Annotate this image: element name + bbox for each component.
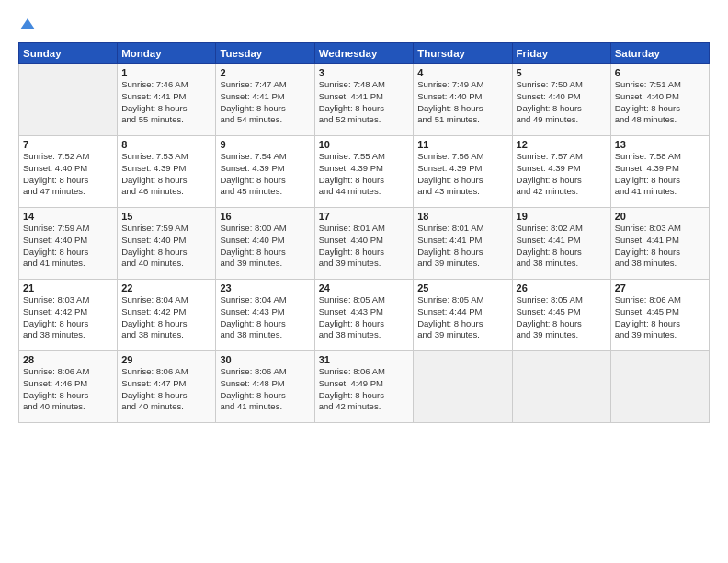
day-info: Sunrise: 7:56 AM Sunset: 4:39 PM Dayligh… <box>417 151 507 198</box>
calendar-cell: 14Sunrise: 7:59 AM Sunset: 4:40 PM Dayli… <box>19 208 118 280</box>
calendar-cell: 18Sunrise: 8:01 AM Sunset: 4:41 PM Dayli… <box>414 208 512 280</box>
day-number: 7 <box>23 139 113 150</box>
calendar: SundayMondayTuesdayWednesdayThursdayFrid… <box>18 42 710 423</box>
calendar-cell: 30Sunrise: 8:06 AM Sunset: 4:48 PM Dayli… <box>216 351 314 423</box>
day-info: Sunrise: 7:50 AM Sunset: 4:40 PM Dayligh… <box>517 79 607 126</box>
day-number: 3 <box>319 67 410 78</box>
day-number: 10 <box>319 139 410 150</box>
calendar-cell: 11Sunrise: 7:56 AM Sunset: 4:39 PM Dayli… <box>414 136 512 208</box>
day-info: Sunrise: 8:05 AM Sunset: 4:43 PM Dayligh… <box>319 294 410 341</box>
calendar-cell: 20Sunrise: 8:03 AM Sunset: 4:41 PM Dayli… <box>610 208 709 280</box>
day-number: 25 <box>417 282 507 293</box>
day-info: Sunrise: 8:02 AM Sunset: 4:41 PM Dayligh… <box>517 223 607 270</box>
day-number: 15 <box>121 211 211 222</box>
day-info: Sunrise: 8:06 AM Sunset: 4:46 PM Dayligh… <box>23 366 113 413</box>
calendar-week-row: 14Sunrise: 7:59 AM Sunset: 4:40 PM Dayli… <box>19 208 710 280</box>
day-number: 11 <box>417 139 507 150</box>
day-info: Sunrise: 8:04 AM Sunset: 4:43 PM Dayligh… <box>220 294 310 341</box>
calendar-cell: 27Sunrise: 8:06 AM Sunset: 4:45 PM Dayli… <box>610 280 709 351</box>
calendar-cell: 23Sunrise: 8:04 AM Sunset: 4:43 PM Dayli… <box>216 280 314 351</box>
calendar-cell: 7Sunrise: 7:52 AM Sunset: 4:40 PM Daylig… <box>19 136 118 208</box>
day-info: Sunrise: 7:53 AM Sunset: 4:39 PM Dayligh… <box>121 151 211 198</box>
day-info: Sunrise: 8:05 AM Sunset: 4:44 PM Dayligh… <box>417 294 507 341</box>
day-number: 13 <box>615 139 705 150</box>
calendar-cell: 2Sunrise: 7:47 AM Sunset: 4:41 PM Daylig… <box>216 64 314 136</box>
day-number: 29 <box>121 354 211 365</box>
calendar-week-row: 21Sunrise: 8:03 AM Sunset: 4:42 PM Dayli… <box>19 280 710 351</box>
day-number: 22 <box>121 282 211 293</box>
day-number: 12 <box>517 139 607 150</box>
day-number: 9 <box>220 139 310 150</box>
day-number: 17 <box>319 211 410 222</box>
weekday-header: Sunday <box>19 43 118 64</box>
weekday-header: Tuesday <box>216 43 314 64</box>
calendar-cell <box>512 351 610 423</box>
calendar-cell: 28Sunrise: 8:06 AM Sunset: 4:46 PM Dayli… <box>19 351 118 423</box>
calendar-cell <box>414 351 512 423</box>
weekday-header: Saturday <box>610 43 709 64</box>
day-info: Sunrise: 8:06 AM Sunset: 4:47 PM Dayligh… <box>121 366 211 413</box>
calendar-cell: 26Sunrise: 8:05 AM Sunset: 4:45 PM Dayli… <box>512 280 610 351</box>
calendar-cell: 22Sunrise: 8:04 AM Sunset: 4:42 PM Dayli… <box>118 280 216 351</box>
day-info: Sunrise: 7:46 AM Sunset: 4:41 PM Dayligh… <box>121 79 211 126</box>
day-info: Sunrise: 8:03 AM Sunset: 4:41 PM Dayligh… <box>615 223 705 270</box>
day-info: Sunrise: 8:06 AM Sunset: 4:48 PM Dayligh… <box>220 366 310 413</box>
day-info: Sunrise: 7:51 AM Sunset: 4:40 PM Dayligh… <box>615 79 705 126</box>
calendar-cell <box>610 351 709 423</box>
day-info: Sunrise: 8:04 AM Sunset: 4:42 PM Dayligh… <box>121 294 211 341</box>
calendar-cell: 12Sunrise: 7:57 AM Sunset: 4:39 PM Dayli… <box>512 136 610 208</box>
weekday-header: Wednesday <box>314 43 414 64</box>
calendar-cell: 31Sunrise: 8:06 AM Sunset: 4:49 PM Dayli… <box>314 351 414 423</box>
logo-icon <box>20 17 35 31</box>
day-number: 14 <box>23 211 113 222</box>
day-info: Sunrise: 8:06 AM Sunset: 4:45 PM Dayligh… <box>615 294 705 341</box>
day-number: 31 <box>319 354 410 365</box>
day-number: 28 <box>23 354 113 365</box>
svg-marker-0 <box>20 18 35 29</box>
day-info: Sunrise: 7:54 AM Sunset: 4:39 PM Dayligh… <box>220 151 310 198</box>
day-info: Sunrise: 7:48 AM Sunset: 4:41 PM Dayligh… <box>319 79 410 126</box>
day-number: 21 <box>23 282 113 293</box>
calendar-cell: 17Sunrise: 8:01 AM Sunset: 4:40 PM Dayli… <box>314 208 414 280</box>
day-info: Sunrise: 8:05 AM Sunset: 4:45 PM Dayligh… <box>517 294 607 341</box>
calendar-cell <box>19 64 118 136</box>
calendar-cell: 1Sunrise: 7:46 AM Sunset: 4:41 PM Daylig… <box>118 64 216 136</box>
day-number: 1 <box>121 67 211 78</box>
calendar-week-row: 7Sunrise: 7:52 AM Sunset: 4:40 PM Daylig… <box>19 136 710 208</box>
day-info: Sunrise: 8:00 AM Sunset: 4:40 PM Dayligh… <box>220 223 310 270</box>
calendar-cell: 9Sunrise: 7:54 AM Sunset: 4:39 PM Daylig… <box>216 136 314 208</box>
day-number: 19 <box>517 211 607 222</box>
calendar-cell: 8Sunrise: 7:53 AM Sunset: 4:39 PM Daylig… <box>118 136 216 208</box>
calendar-cell: 29Sunrise: 8:06 AM Sunset: 4:47 PM Dayli… <box>118 351 216 423</box>
weekday-header: Friday <box>512 43 610 64</box>
weekday-header: Thursday <box>414 43 512 64</box>
day-number: 5 <box>517 67 607 78</box>
day-info: Sunrise: 7:59 AM Sunset: 4:40 PM Dayligh… <box>23 223 113 270</box>
day-number: 23 <box>220 282 310 293</box>
day-number: 16 <box>220 211 310 222</box>
calendar-cell: 16Sunrise: 8:00 AM Sunset: 4:40 PM Dayli… <box>216 208 314 280</box>
calendar-cell: 10Sunrise: 7:55 AM Sunset: 4:39 PM Dayli… <box>314 136 414 208</box>
calendar-cell: 5Sunrise: 7:50 AM Sunset: 4:40 PM Daylig… <box>512 64 610 136</box>
logo <box>18 17 35 33</box>
day-info: Sunrise: 7:55 AM Sunset: 4:39 PM Dayligh… <box>319 151 410 198</box>
day-info: Sunrise: 7:47 AM Sunset: 4:41 PM Dayligh… <box>220 79 310 126</box>
calendar-cell: 21Sunrise: 8:03 AM Sunset: 4:42 PM Dayli… <box>19 280 118 351</box>
day-info: Sunrise: 7:52 AM Sunset: 4:40 PM Dayligh… <box>23 151 113 198</box>
weekday-header: Monday <box>118 43 216 64</box>
day-number: 4 <box>417 67 507 78</box>
calendar-cell: 6Sunrise: 7:51 AM Sunset: 4:40 PM Daylig… <box>610 64 709 136</box>
day-number: 20 <box>615 211 705 222</box>
day-info: Sunrise: 7:49 AM Sunset: 4:40 PM Dayligh… <box>417 79 507 126</box>
day-number: 24 <box>319 282 410 293</box>
day-number: 27 <box>615 282 705 293</box>
header <box>18 17 710 33</box>
day-info: Sunrise: 7:58 AM Sunset: 4:39 PM Dayligh… <box>615 151 705 198</box>
calendar-cell: 19Sunrise: 8:02 AM Sunset: 4:41 PM Dayli… <box>512 208 610 280</box>
day-number: 30 <box>220 354 310 365</box>
day-info: Sunrise: 8:01 AM Sunset: 4:41 PM Dayligh… <box>417 223 507 270</box>
calendar-cell: 24Sunrise: 8:05 AM Sunset: 4:43 PM Dayli… <box>314 280 414 351</box>
day-info: Sunrise: 8:01 AM Sunset: 4:40 PM Dayligh… <box>319 223 410 270</box>
day-info: Sunrise: 7:59 AM Sunset: 4:40 PM Dayligh… <box>121 223 211 270</box>
calendar-cell: 3Sunrise: 7:48 AM Sunset: 4:41 PM Daylig… <box>314 64 414 136</box>
